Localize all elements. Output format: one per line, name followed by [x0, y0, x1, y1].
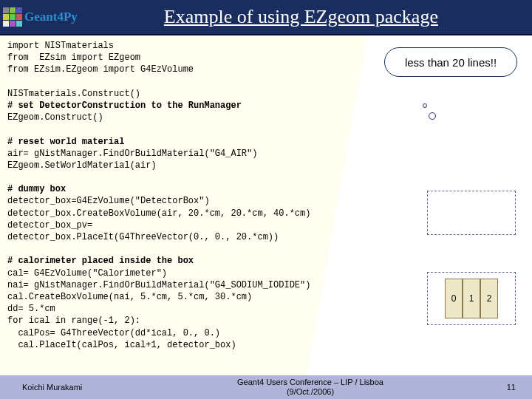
code-comment: # calorimeter placed inside the box [7, 256, 194, 266]
footer-conference: Geant4 Users Conference – LIP / Lisboa (… [133, 378, 488, 397]
code-line: cal.PlaceIt(calPos, ical+1, detector_box… [7, 340, 236, 350]
code-line: detector_box_pv= [7, 220, 92, 231]
footer-conference-line1: Geant4 Users Conference – LIP / Lisboa [133, 378, 488, 387]
code-line: import NISTmaterials [7, 41, 114, 51]
code-comment: # set DetectorConstruction to the RunMan… [7, 100, 242, 111]
calorimeter-cell: 1 [463, 279, 480, 318]
logo-squares-icon [3, 7, 22, 27]
code-line: air= gNistManager.FindOrBuildMaterial("G… [7, 149, 257, 159]
code-line: from EZsim.EZgeom import G4EzVolume [7, 64, 194, 75]
logo-text: Geant4Py [24, 10, 78, 24]
footer-bar: Koichi Murakami Geant4 Users Conference … [0, 375, 532, 399]
code-line: cal= G4EzVolume("Calorimeter") [7, 268, 167, 279]
callout-tail-icon [429, 112, 436, 120]
detector-box-diagram [427, 191, 516, 235]
callout-text: less than 20 lines!! [405, 56, 497, 69]
code-line: detector_box.PlaceIt(G4ThreeVector(0., 0… [7, 232, 279, 242]
code-line: dd= 5.*cm [7, 304, 55, 314]
code-comment: # reset world material [7, 137, 124, 147]
code-line: from EZsim import EZgeom [7, 52, 140, 63]
calorimeter-diagram: 0 1 2 [427, 272, 516, 325]
code-line: NISTmaterials.Construct() [7, 89, 140, 99]
slide-title: Example of using EZgeom package [78, 6, 532, 28]
code-line: calPos= G4ThreeVector(dd*ical, 0., 0.) [7, 328, 220, 338]
header-bar: Geant4Py Example of using EZgeom package [0, 0, 532, 35]
calorimeter-cell: 2 [480, 279, 498, 318]
callout-tail-icon [423, 103, 427, 108]
code-line: nai= gNistManager.FindOrBuildMaterial("G… [7, 280, 310, 290]
code-line: detector_box=G4EzVolume("DetectorBox") [7, 196, 210, 206]
footer-conference-line2: (9/Oct./2006) [133, 387, 488, 397]
code-line: EZgeom.Construct() [7, 112, 103, 123]
footer-page-number: 11 [488, 383, 532, 392]
code-line: EZgeom.SetWorldMaterial(air) [7, 160, 157, 171]
slide-body: import NISTmaterials from EZsim import E… [0, 35, 532, 375]
code-line: cal.CreateBoxVolume(nai, 5.*cm, 5.*cm, 3… [7, 292, 252, 302]
code-line: for ical in range(-1, 2): [7, 316, 140, 326]
code-comment: # dummy box [7, 184, 66, 194]
footer-author: Koichi Murakami [0, 383, 133, 392]
logo: Geant4Py [0, 7, 78, 27]
callout-bubble: less than 20 lines!! [384, 47, 517, 77]
code-listing: import NISTmaterials from EZsim import E… [7, 40, 392, 351]
calorimeter-cell: 0 [445, 279, 463, 318]
code-line: detector_box.CreateBoxVolume(air, 20.*cm… [7, 208, 310, 219]
